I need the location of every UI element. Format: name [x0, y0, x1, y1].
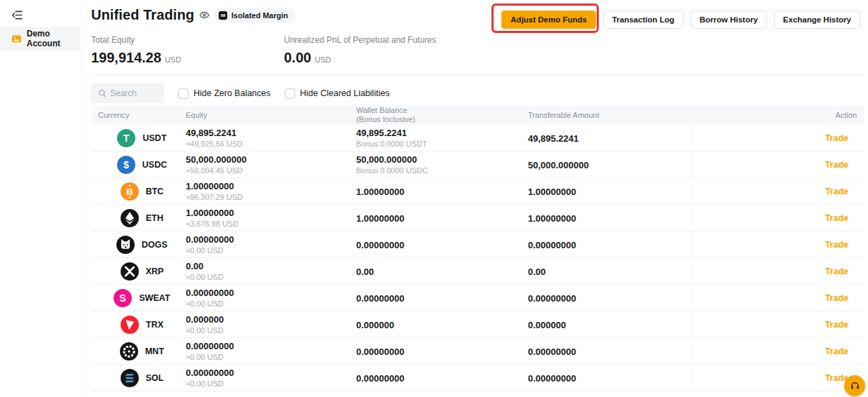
hide-zero-balances-checkbox[interactable]: Hide Zero Balances: [178, 88, 271, 99]
currency-name: TRX: [146, 320, 163, 330]
checkbox-icon: [178, 88, 189, 99]
total-equity-label: Total Equity: [91, 35, 284, 45]
table-row: DOGS 0.00000000 ≈0.00 USD 0.00000000 0.0…: [91, 231, 864, 258]
sidebar: Demo Account: [0, 0, 81, 397]
table-row: XRP 0.00 ≈0.00 USD 0.00 0.00 Trade: [91, 258, 864, 285]
total-equity-unit: USD: [165, 55, 181, 64]
trade-link[interactable]: Trade: [825, 267, 848, 276]
wallet-bonus-value: Bonus 0.0000 USDC: [356, 166, 528, 175]
trade-link[interactable]: Trade: [825, 293, 848, 303]
header-equity: Equity: [186, 111, 356, 120]
transferable-amount-value: 49,895.2241: [528, 133, 691, 144]
isolated-margin-icon: IM: [218, 11, 228, 20]
trade-link[interactable]: Trade: [825, 320, 848, 330]
equity-value: 1.00000000: [186, 208, 356, 218]
usdt-coin-icon: T: [117, 129, 135, 147]
table-row: ETH 1.00000000 ≈3,676.98 USD 1.00000000 …: [91, 205, 864, 231]
currency-name: BTC: [146, 187, 164, 196]
unrealized-pnl-unit: USD: [315, 55, 331, 64]
wallet-balance-value: 0.00000000: [356, 373, 528, 384]
equity-usd-value: ≈49,925.56 USD: [186, 139, 356, 149]
total-equity-value: 199,914.28: [91, 50, 161, 66]
margin-badge-label: Isolated Margin: [231, 11, 288, 20]
transaction-log-button[interactable]: Transaction Log: [603, 11, 684, 29]
main-content: Unified Trading IM Isolated Margin Adj: [81, 0, 868, 397]
trade-link[interactable]: Trade: [825, 187, 848, 196]
trx-coin-icon: [121, 316, 139, 334]
wallet-bonus-value: Bonus 0.0000 USDT: [356, 139, 528, 149]
exchange-history-button[interactable]: Exchange History: [774, 11, 860, 29]
trade-link[interactable]: Trade: [825, 213, 848, 223]
hide-cleared-liabilities-checkbox[interactable]: Hide Cleared Liabilities: [285, 88, 390, 99]
currency-name: USDC: [142, 160, 167, 170]
currency-name: SWEAT: [139, 293, 170, 303]
page-header: Unified Trading IM Isolated Margin Adj: [91, 7, 864, 29]
table-row: MNT 0.00000000 ≈0.00 USD 0.00000000 0.00…: [91, 338, 864, 365]
header-transferable-amount: Transferable Amount: [528, 111, 691, 120]
currency-name: SOL: [146, 373, 164, 383]
wallet-balance-value: 0.00000000: [356, 240, 528, 250]
wallet-balance-value: 0.000000: [356, 320, 528, 330]
header-action: Action: [691, 111, 864, 120]
equity-usd-value: ≈0.00 USD: [186, 272, 356, 282]
header-wallet-balance: Wallet Balance (Bonus Inclusive): [356, 106, 528, 124]
trade-link[interactable]: Trade: [825, 160, 848, 170]
wallet-balance-value: 0.00000000: [356, 346, 528, 357]
svg-text:IM: IM: [221, 13, 226, 18]
svg-text:S: S: [120, 292, 126, 304]
svg-text:T: T: [123, 133, 130, 144]
mnt-coin-icon: [120, 342, 138, 361]
adjust-demo-funds-button[interactable]: Adjust Demo Funds: [501, 11, 596, 29]
borrow-history-button[interactable]: Borrow History: [691, 11, 767, 29]
svg-text:B: B: [126, 187, 133, 197]
transferable-amount-value: 0.00000000: [528, 293, 691, 304]
equity-value: 0.00000000: [186, 368, 356, 378]
checkbox-label: Hide Zero Balances: [194, 88, 271, 98]
unrealized-pnl-stat: Unrealized PnL of Perpetual and Futures …: [284, 35, 436, 66]
balances-table: Currency Equity Wallet Balance (Bonus In…: [91, 105, 864, 391]
transferable-amount-value: 0.00000000: [528, 373, 691, 384]
equity-usd-value: ≈96,307.29 USD: [186, 192, 356, 202]
trade-link[interactable]: Trade: [825, 346, 848, 356]
margin-mode-badge[interactable]: IM Isolated Margin: [215, 8, 295, 23]
table-row: TRX 0.000000 ≈0.00 USD 0.000000 0.000000…: [91, 311, 864, 338]
wallet-balance-value: 50,000.000000: [356, 154, 528, 165]
transferable-amount-value: 0.00: [528, 267, 691, 277]
table-row: S SWEAT 0.00000000 ≈0.00 USD 0.00000000 …: [91, 285, 864, 311]
section-divider: [91, 74, 864, 75]
currency-name: XRP: [146, 267, 164, 276]
title-group: Unified Trading IM Isolated Margin: [91, 7, 295, 23]
trade-link[interactable]: Trade: [825, 133, 848, 143]
eth-coin-icon: [121, 209, 139, 227]
svg-text:$: $: [123, 159, 129, 170]
wallet-balance-value: 0.00: [356, 267, 528, 277]
wallet-balance-value: 0.00000000: [356, 293, 528, 304]
equity-value: 50,000.000000: [186, 154, 356, 165]
sidebar-item-label: Demo Account: [27, 29, 80, 48]
equity-usd-value: ≈0.00 USD: [186, 299, 356, 309]
trade-link[interactable]: Trade: [825, 240, 848, 250]
wallet-balance-value: 1.00000000: [356, 187, 528, 197]
equity-usd-value: ≈50,004.45 USD: [186, 166, 356, 175]
equity-value: 0.00000000: [186, 234, 356, 245]
table-row: SOL 0.00000000 ≈0.00 USD 0.00000000 0.00…: [91, 365, 864, 391]
sidebar-item-demo-account[interactable]: Demo Account: [0, 27, 80, 51]
filters-row: Hide Zero Balances Hide Cleared Liabilit…: [91, 83, 864, 103]
support-fab[interactable]: [844, 375, 865, 396]
table-header-row: Currency Equity Wallet Balance (Bonus In…: [91, 105, 864, 125]
unified-trading-page: Demo Account Unified Trading IM Isolated…: [0, 0, 868, 397]
unrealized-pnl-label: Unrealized PnL of Perpetual and Futures: [284, 35, 436, 45]
currency-name: DOGS: [142, 240, 168, 250]
usdc-coin-icon: $: [117, 156, 135, 174]
equity-usd-value: ≈0.00 USD: [186, 325, 356, 335]
checkbox-icon: [285, 88, 295, 99]
total-equity-stat: Total Equity 199,914.28 USD: [91, 35, 284, 66]
collapse-sidebar-icon[interactable]: [11, 8, 24, 21]
equity-value: 0.00000000: [186, 288, 356, 298]
equity-value: 0.00000000: [186, 341, 356, 351]
transferable-amount-value: 1.00000000: [528, 213, 691, 224]
xrp-coin-icon: [121, 262, 139, 281]
equity-value: 1.00000000: [186, 181, 356, 191]
eye-icon[interactable]: [199, 10, 210, 20]
equity-usd-value: ≈0.00 USD: [186, 245, 356, 255]
